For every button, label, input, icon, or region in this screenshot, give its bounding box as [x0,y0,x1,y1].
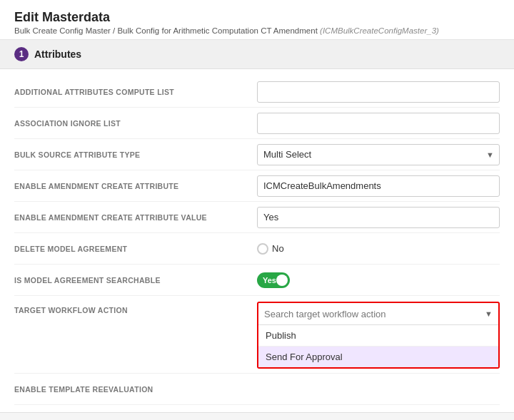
toggle-on-is-model-searchable[interactable]: Yes [257,272,290,288]
section-header: 1 Attributes [0,40,514,69]
form-body: ADDITIONAL ATTRIBUTES COMPUTE LIST ASSOC… [0,69,514,412]
search-target-workflow-input[interactable] [258,303,479,324]
control-enable-amendment [257,175,500,197]
dropdown-option-publish[interactable]: Publish [258,325,498,347]
control-enable-amendment-value [257,207,500,228]
control-is-model-searchable: Yes [257,272,500,288]
input-additional-attributes[interactable] [257,81,500,103]
row-enable-template: ENABLE TEMPLATE REEVALUATION [14,374,500,405]
row-is-model-searchable: IS MODEL AGREEMENT SEARCHABLE Yes [14,265,500,296]
breadcrumb-id: (ICMBulkCreateConfigMaster_3) [320,26,439,35]
label-is-model-searchable: IS MODEL AGREEMENT SEARCHABLE [14,276,257,285]
section-badge: 1 [14,47,29,61]
select-bulk-source[interactable]: Multi Select Single Select [257,144,500,165]
control-bulk-source: Multi Select Single Select ▼ [257,144,500,165]
label-delete-model: DELETE MODEL AGREEMENT [14,245,257,253]
toggle-circle-icon [276,275,288,286]
dropdown-target-workflow: ▼ Publish Send For Approval [257,302,500,369]
label-enable-amendment-value: ENABLE AMENDMENT CREATE ATTRIBUTE VALUE [14,213,257,222]
chevron-down-icon: ▼ [479,309,498,318]
dropdown-option-send-for-approval[interactable]: Send For Approval [258,347,498,367]
row-additional-attributes: ADDITIONAL ATTRIBUTES COMPUTE LIST [14,76,500,108]
page-wrapper: Edit Masterdata Bulk Create Config Maste… [0,0,514,420]
row-association-ignore: ASSOCIATION IGNORE LIST [14,108,500,139]
row-enable-amendment: ENABLE AMENDMENT CREATE ATTRIBUTE [14,170,500,202]
label-association-ignore: ASSOCIATION IGNORE LIST [14,119,257,128]
toggle-on-label: Yes [263,276,276,285]
input-enable-amendment-value[interactable] [257,207,500,228]
label-target-workflow: TARGET WORKFLOW ACTION [14,302,257,314]
row-delete-model: DELETE MODEL AGREEMENT No [14,233,500,265]
input-enable-amendment[interactable] [257,175,500,197]
radio-circle-icon [257,243,268,255]
toggle-off-delete-model[interactable]: No [257,243,500,255]
row-enable-amendment-value: ENABLE AMENDMENT CREATE ATTRIBUTE VALUE [14,202,500,233]
control-delete-model: No [257,243,500,255]
row-bulk-source: BULK SOURCE ATTRIBUTE TYPE Multi Select … [14,139,500,170]
footer: UPDATE DISCARD [0,412,514,420]
control-association-ignore [257,113,500,134]
page-header: Edit Masterdata Bulk Create Config Maste… [0,0,514,40]
label-additional-attributes: ADDITIONAL ATTRIBUTES COMPUTE LIST [14,88,257,96]
dropdown-search-row: ▼ [258,303,498,325]
label-enable-amendment: ENABLE AMENDMENT CREATE ATTRIBUTE [14,182,257,190]
select-wrap-bulk-source: Multi Select Single Select ▼ [257,144,500,165]
toggle-off-label: No [272,243,284,254]
control-target-workflow: ▼ Publish Send For Approval [257,302,500,369]
input-association-ignore[interactable] [257,113,500,134]
breadcrumb: Bulk Create Config Master / Bulk Config … [14,26,500,35]
label-bulk-source: BULK SOURCE ATTRIBUTE TYPE [14,150,257,159]
page-title: Edit Masterdata [14,10,500,25]
breadcrumb-path: Bulk Create Config Master / Bulk Config … [14,26,318,35]
control-additional-attributes [257,81,500,103]
section-title: Attributes [34,48,81,60]
label-enable-template: ENABLE TEMPLATE REEVALUATION [14,385,257,394]
row-target-workflow: TARGET WORKFLOW ACTION ▼ Publish Send Fo… [14,296,500,374]
